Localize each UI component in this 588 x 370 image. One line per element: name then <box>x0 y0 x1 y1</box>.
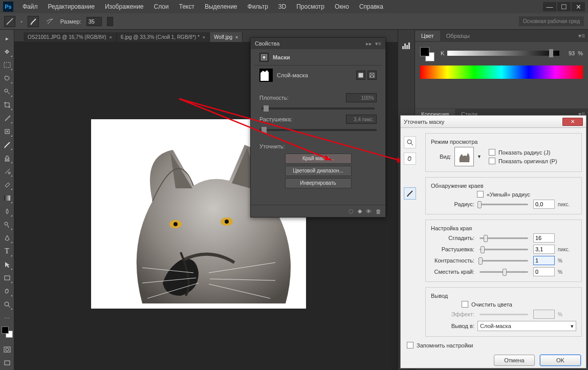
lasso-tool[interactable] <box>2 73 13 84</box>
k-slider[interactable] <box>447 51 559 56</box>
color-spectrum[interactable] <box>420 66 583 79</box>
shape-tool[interactable] <box>2 272 13 284</box>
load-selection-icon[interactable]: ◌ <box>349 208 354 214</box>
doc-tab-3[interactable]: Wolf.jpg× <box>210 32 243 42</box>
gradient-tool[interactable] <box>2 192 13 204</box>
pixel-mask-icon[interactable] <box>356 71 365 80</box>
menu-filter[interactable]: Фильтр <box>244 2 272 12</box>
k-unit: % <box>578 50 583 56</box>
show-radius-check[interactable] <box>489 149 495 156</box>
type-tool[interactable]: T <box>2 246 13 257</box>
dlg-hand-tool[interactable] <box>404 153 416 165</box>
cancel-button[interactable]: Отмена <box>494 355 535 366</box>
blur-tool[interactable] <box>2 206 13 217</box>
dlg-feather-input[interactable] <box>533 245 555 254</box>
view-thumb[interactable] <box>454 147 474 166</box>
color-fg-bg[interactable] <box>420 47 434 61</box>
radius-label: Радиус: <box>431 201 474 207</box>
density-slider[interactable] <box>262 107 375 110</box>
radius-input[interactable] <box>533 200 555 209</box>
path-select-tool[interactable] <box>2 259 13 270</box>
contrast-input[interactable] <box>533 256 555 265</box>
menu-file[interactable]: Файл <box>18 2 42 12</box>
brush-tool[interactable] <box>2 139 13 150</box>
shift-slider[interactable] <box>477 267 530 276</box>
quick-select-tool[interactable] <box>2 86 13 97</box>
stamp-tool[interactable] <box>2 153 13 164</box>
collapse-icon[interactable]: ▸▸ <box>366 40 372 47</box>
mask-thumbnail[interactable] <box>259 69 273 82</box>
smooth-slider[interactable] <box>477 233 530 243</box>
density-value[interactable]: 100% <box>346 93 377 102</box>
menu-3d[interactable]: 3D <box>274 2 290 12</box>
brush-preset-icon[interactable] <box>28 16 39 27</box>
invert-button[interactable]: Инвертировать <box>285 178 352 188</box>
vector-mask-icon[interactable] <box>367 71 377 80</box>
current-tool-icon[interactable] <box>4 16 15 27</box>
history-brush-tool[interactable] <box>2 166 13 177</box>
dlg-refine-brush-tool[interactable] <box>404 187 416 200</box>
dlg-feather-slider[interactable] <box>477 245 530 254</box>
screen-mode-icon[interactable] <box>2 357 13 368</box>
color-range-button[interactable]: Цветовой диапазон... <box>285 166 352 176</box>
crop-tool[interactable] <box>2 99 13 111</box>
panel-menu-icon[interactable]: ▾≡ <box>375 40 381 47</box>
menu-help[interactable]: Справка <box>355 2 387 12</box>
close-icon[interactable]: × <box>203 35 205 40</box>
contrast-slider[interactable] <box>477 256 530 265</box>
show-original-check[interactable] <box>489 158 495 164</box>
dialog-close-button[interactable]: ✕ <box>562 118 583 126</box>
doc-tab-1[interactable]: OS21001.JPG @ 16,7% (RGB/8#)× <box>24 32 117 42</box>
menu-select[interactable]: Выделение <box>201 2 242 12</box>
hand-tool[interactable] <box>2 286 13 297</box>
radius-slider[interactable] <box>477 200 530 209</box>
mask-mode-icon[interactable] <box>259 53 269 62</box>
output-select[interactable]: Слой-маска▾ <box>477 321 576 331</box>
brush-size-dropdown[interactable] <box>107 17 113 26</box>
quick-mask-icon[interactable] <box>2 344 13 355</box>
pen-tool[interactable] <box>2 232 13 244</box>
menu-window[interactable]: Окно <box>331 2 353 12</box>
window-minimize[interactable]: — <box>543 2 556 11</box>
shift-input[interactable] <box>533 267 555 276</box>
menu-view[interactable]: Просмотр <box>292 2 329 12</box>
zoom-tool[interactable] <box>2 299 13 310</box>
window-maximize[interactable]: ☐ <box>557 2 571 11</box>
menu-edit[interactable]: Редактирование <box>44 2 99 12</box>
fg-bg-colors[interactable] <box>2 327 13 338</box>
smooth-input[interactable] <box>533 233 555 243</box>
doc-tab-2[interactable]: 6.jpg @ 33,3% (Слой 1, RGB/8*) *× <box>117 32 210 42</box>
eyedropper-tool[interactable] <box>2 113 13 124</box>
smart-radius-check[interactable] <box>477 191 484 198</box>
healing-tool[interactable] <box>2 126 13 137</box>
dodge-tool[interactable] <box>2 219 13 230</box>
tab-swatches[interactable]: Образцы <box>440 31 476 41</box>
menu-image[interactable]: Изображение <box>101 2 148 12</box>
close-icon[interactable]: × <box>235 35 238 40</box>
menu-layer[interactable]: Слои <box>150 2 173 12</box>
move-tool[interactable]: ✥ <box>2 46 13 57</box>
eraser-tool[interactable] <box>2 179 13 190</box>
feather-slider[interactable] <box>259 129 377 131</box>
histogram-icon[interactable] <box>401 40 412 51</box>
menu-type[interactable]: Текст <box>175 2 199 12</box>
panel-menu-icon[interactable]: ▾≡ <box>575 32 588 39</box>
apply-mask-icon[interactable]: ◆ <box>358 208 362 214</box>
airbrush-icon[interactable] <box>44 16 55 27</box>
mask-edge-button[interactable]: Край маски... <box>285 154 352 164</box>
close-icon[interactable]: × <box>110 35 112 40</box>
workspace-switcher[interactable]: Основная рабочая сред <box>519 16 584 26</box>
window-close[interactable]: ✕ <box>572 2 585 11</box>
brush-size-input[interactable] <box>86 17 102 26</box>
toggle-mask-icon[interactable]: 👁 <box>366 208 372 214</box>
marquee-tool[interactable] <box>2 59 13 71</box>
ok-button[interactable]: OK <box>540 355 581 366</box>
tab-color[interactable]: Цвет <box>415 31 440 41</box>
dlg-zoom-tool[interactable] <box>404 136 416 148</box>
amount-label: Эффект: <box>431 311 474 317</box>
feather-value[interactable]: 3,4 пикс. <box>346 115 377 124</box>
collapse-icon[interactable]: ▸ <box>2 33 13 44</box>
delete-mask-icon[interactable]: 🗑 <box>376 208 381 214</box>
decontaminate-check[interactable] <box>462 301 468 308</box>
remember-check[interactable] <box>407 342 413 349</box>
